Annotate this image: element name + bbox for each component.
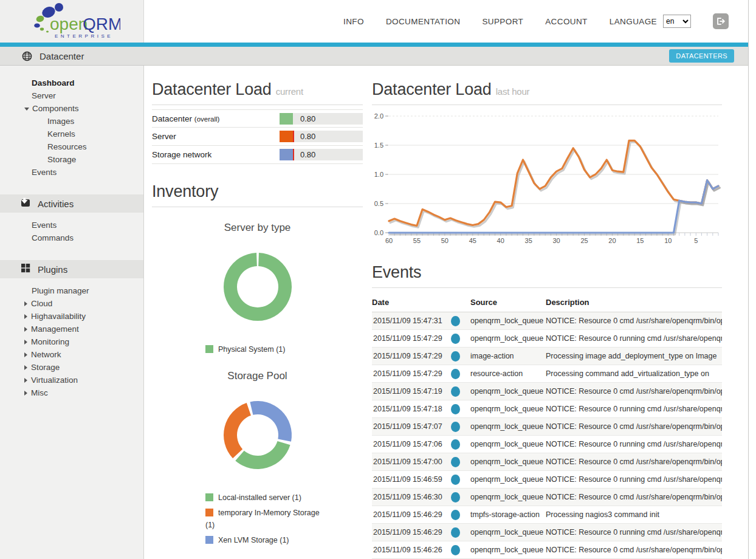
sidebar-item-dashboard[interactable]: Dashboard [0,77,143,89]
load-value: 0.80 [300,131,315,142]
status-dot-icon [451,386,460,397]
event-status [451,527,470,538]
event-source: openqrm_lock_queue [470,387,546,396]
status-dot-icon [451,527,460,538]
load-current-subtitle: current [276,86,303,97]
legend-item: Xen LVM Storage (1) [205,534,321,546]
svg-text:15: 15 [636,237,644,244]
event-description: NOTICE: Resource 0 running cmd /usr/shar… [546,405,722,413]
event-source: openqrm_lock_queue [470,458,546,466]
svg-text:10: 10 [664,237,672,244]
table-row[interactable]: 2015/11/09 15:47:29image-actionProcessin… [372,348,722,365]
sidebar-item-virtualization[interactable]: Virtualization [0,374,143,386]
status-dot-icon [451,351,460,362]
load-fill [280,149,293,160]
legend-item: Physical System (1) [205,343,321,355]
sidebar-item-kernels[interactable]: Kernels [0,128,143,140]
donut-legend: Local-installed server (1)temporary In-M… [205,492,321,546]
event-description: NOTICE: Resource 0 cmd /usr/share/openqr… [546,458,722,466]
table-row[interactable]: 2015/11/09 15:46:29tmpfs-storage-actionP… [372,506,722,524]
sidebar-item-management[interactable]: Management [0,323,143,335]
nav-link-support[interactable]: SUPPORT [482,17,523,26]
series-datacenter-load [389,140,718,225]
table-row[interactable]: 2015/11/09 15:46:30openqrm_lock_queueNOT… [372,489,722,506]
svg-text:60: 60 [385,237,393,244]
table-row[interactable]: 2015/11/09 15:47:29resource-actionProces… [372,365,722,383]
sidebar-item-server[interactable]: Server [0,89,143,102]
page: open QRM ENTERPRISE INFODOCUMENTATIONSUP… [0,0,749,559]
sidebar-item-network[interactable]: Network [0,348,143,361]
donut-chart-svg [212,389,303,481]
sidebar-item-monitoring[interactable]: Monitoring [0,335,143,348]
svg-text:25: 25 [580,237,588,244]
nav-link-documentation[interactable]: DOCUMENTATION [386,17,460,26]
nav-link-account[interactable]: ACCOUNT [545,17,588,26]
svg-text:open: open [50,15,88,33]
event-source: image-action [470,352,546,360]
language-label: LANGUAGE [610,17,657,26]
chevron-right-icon [24,352,27,357]
donut-server-by-type: Server by typePhysical System (1) [152,222,363,355]
table-row[interactable]: 2015/11/09 15:46:59openqrm_lock_queueNOT… [372,471,722,489]
sidebar-item-storage[interactable]: Storage [0,361,143,374]
table-row[interactable]: 2015/11/09 15:47:29openqrm_lock_queueNOT… [372,330,722,348]
load-bars: Datacenter (overall)0.80Server0.80Storag… [152,109,363,164]
sidebar-item-resources[interactable]: Resources [0,140,143,153]
load-threshold-marker [293,131,294,142]
event-date: 2015/11/09 15:47:31 [372,317,451,325]
sidebar-item-images[interactable]: Images [0,115,143,128]
sidebar-section-plugins[interactable]: Plugins [0,260,143,278]
sidebar-item-plugin-manager[interactable]: Plugin manager [0,284,143,297]
sidebar-item-highavailability[interactable]: Highavailability [0,310,143,323]
table-row[interactable]: 2015/11/09 15:46:26openqrm_lock_queueNOT… [372,541,722,559]
table-row[interactable]: 2015/11/09 15:47:00openqrm_lock_queueNOT… [372,453,722,471]
event-status [451,386,470,397]
table-row[interactable]: 2015/11/09 15:46:29openqrm_lock_queueNOT… [372,524,722,541]
sidebar-item-commands[interactable]: Commands [0,231,143,244]
svg-text:1.0: 1.0 [374,171,383,178]
sidebar-item-events[interactable]: Events [0,166,143,179]
event-source: resource-action [470,369,546,378]
datacenters-button[interactable]: DATACENTERS [669,49,734,63]
table-row[interactable]: 2015/11/09 15:47:07openqrm_lock_queueNOT… [372,418,722,436]
sidebar-item-misc[interactable]: Misc [0,386,143,399]
logo[interactable]: open QRM ENTERPRISE [0,0,144,43]
table-row[interactable]: 2015/11/09 15:47:18openqrm_lock_queueNOT… [372,400,722,418]
event-source: openqrm_lock_queue [470,405,546,413]
status-dot-icon [451,404,460,414]
events-table-header: DateSourceDescription [372,293,722,312]
logout-button[interactable] [713,13,729,29]
event-description: NOTICE: Resource 0 cmd /usr/share/openqr… [546,546,722,554]
chevron-right-icon [24,301,27,306]
donut-chart-svg [212,241,303,332]
sidebar: DashboardServerComponentsImagesKernelsRe… [0,66,144,559]
grid-icon [21,263,30,275]
toolbar: Datacenter DATACENTERS [0,47,748,66]
event-source: openqrm_lock_queue [470,317,546,325]
chevron-right-icon [24,314,27,319]
table-row[interactable]: 2015/11/09 15:47:06openqrm_lock_queueNOT… [372,436,722,453]
load-current-heading: Datacenter Loadcurrent [152,80,363,105]
chevron-right-icon [24,340,27,345]
svg-text:45: 45 [469,237,476,244]
load-label: Server [152,132,280,141]
sidebar-item-components[interactable]: Components [0,102,143,115]
event-status [451,457,470,467]
event-source: tmpfs-storage-action [470,510,546,519]
sidebar-item-events[interactable]: Events [0,219,143,231]
status-dot-icon [451,457,460,467]
sidebar-items: EventsCommands [0,213,143,247]
sidebar-section-activities[interactable]: Activities [0,194,143,213]
table-row[interactable]: 2015/11/09 15:47:19openqrm_lock_queueNOT… [372,383,722,400]
sidebar-item-cloud[interactable]: Cloud [0,297,143,310]
language-select[interactable]: en [663,15,691,28]
event-date: 2015/11/09 15:47:06 [372,440,451,448]
table-row[interactable]: 2015/11/09 15:47:31openqrm_lock_queueNOT… [372,312,722,330]
sidebar-item-storage[interactable]: Storage [0,153,143,166]
load-threshold-marker [293,149,294,160]
load-fill [280,131,293,142]
sidebar-section-title: Activities [38,199,74,209]
nav-link-info[interactable]: INFO [343,17,364,26]
events-table: DateSourceDescription2015/11/09 15:47:31… [372,293,722,559]
status-dot-icon [451,422,460,432]
